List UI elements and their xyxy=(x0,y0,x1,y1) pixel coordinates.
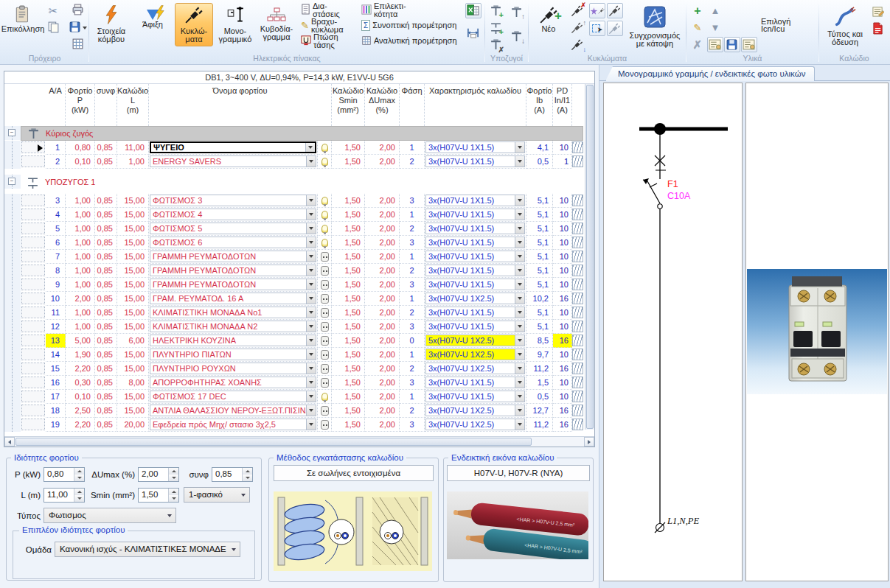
row-cable-button[interactable] xyxy=(572,265,583,276)
dropdown-button[interactable] xyxy=(515,279,524,290)
row-cable-button[interactable] xyxy=(572,223,583,234)
load-type-icon-cell[interactable] xyxy=(318,236,332,250)
row-cable-button[interactable] xyxy=(572,391,583,402)
subbusbar-down-button[interactable]: ↓ xyxy=(509,29,525,44)
load-name-select[interactable]: ΦΩΤΙΣΜΟΣ 4 xyxy=(150,209,316,220)
dropdown-button[interactable] xyxy=(306,391,316,402)
row-cable-button[interactable] xyxy=(572,307,583,318)
dropdown-button[interactable] xyxy=(515,265,524,276)
load-type-icon-cell[interactable] xyxy=(318,250,332,264)
load-p-cell[interactable]: 2,00 xyxy=(66,292,95,306)
select-rect-button[interactable]: ➤ xyxy=(589,21,605,36)
icn-icu-button[interactable]: Επιλογή Icn/Icu xyxy=(759,3,816,47)
dumax-cell[interactable]: 2,00 xyxy=(365,348,400,362)
cosf-cell[interactable]: 0,85 xyxy=(95,362,117,376)
dropdown-button[interactable] xyxy=(515,377,524,388)
row-selector[interactable] xyxy=(21,307,45,318)
dumax-cell[interactable]: 2,00 xyxy=(365,376,400,390)
vertical-scrollbar[interactable] xyxy=(585,84,594,430)
cable-select[interactable]: 3x(H07V-U 1X1.5) xyxy=(425,155,525,167)
smin-cell[interactable]: 1,50 xyxy=(332,376,365,390)
cable-type-route-button[interactable]: Τύπος και όδευση xyxy=(822,3,868,49)
row-selector[interactable] xyxy=(21,141,45,153)
cosf-cell[interactable]: 0,85 xyxy=(95,292,117,306)
row-cable-button[interactable] xyxy=(572,141,583,153)
row-cable-button[interactable] xyxy=(572,155,583,167)
excel-export-button[interactable] xyxy=(465,3,481,18)
cable-select[interactable]: 3x(H07V-U 1X1.5) xyxy=(425,141,525,153)
smin-cell[interactable]: 1,50 xyxy=(332,155,365,169)
load-type-icon-cell[interactable] xyxy=(318,404,332,418)
l-value[interactable]: 11,00 xyxy=(44,489,74,502)
smin-cell[interactable]: 1,50 xyxy=(332,194,365,208)
load-type-icon-cell[interactable] xyxy=(318,418,332,432)
dumax-cell[interactable]: 2,00 xyxy=(365,292,400,306)
dropdown-button[interactable] xyxy=(306,279,316,290)
cosf-cell[interactable]: 0,85 xyxy=(95,404,117,418)
cosf-value[interactable]: 0,85 xyxy=(212,468,242,481)
cable-select[interactable]: 3x(H07V-U 1X1.5) xyxy=(425,391,525,402)
subbusbar-delete-button[interactable]: ✗ xyxy=(488,37,504,52)
material-find-button[interactable] xyxy=(741,37,757,52)
load-p-cell[interactable]: 0,30 xyxy=(66,376,95,390)
p-spinner[interactable]: 0,80 xyxy=(44,467,85,482)
dropdown-button[interactable] xyxy=(306,195,316,206)
cable-length-cell[interactable]: 15,00 xyxy=(117,306,149,320)
load-name-select[interactable]: ΓΡΑΜΜΗ ΡΕΥΜΑΤΟΔΟΤΩΝ xyxy=(150,265,316,276)
dumax-cell[interactable]: 2,00 xyxy=(365,208,400,222)
phase-cell[interactable]: 3 xyxy=(400,376,425,390)
cosf-spinner[interactable]: 0,85 xyxy=(212,467,253,482)
dumax-cell[interactable]: 2,00 xyxy=(365,404,400,418)
load-p-cell[interactable]: 1,90 xyxy=(66,348,95,362)
dropdown-button[interactable] xyxy=(306,293,316,304)
load-p-cell[interactable]: 1,00 xyxy=(66,236,95,250)
cosf-cell[interactable]: 0,85 xyxy=(95,155,117,169)
dropdown-button[interactable] xyxy=(306,237,316,248)
dropdown-button[interactable] xyxy=(306,307,316,318)
load-name-select[interactable]: ΑΝΤΛΙΑ ΘΑΛΑΣΣΙΟΥ ΝΕΡΟΥ-ΕΞΩΤ.ΠΙΣΙΝΑΣ xyxy=(150,405,316,416)
load-type-icon-cell[interactable] xyxy=(318,264,332,278)
voltage-drop-button[interactable]: Πτώση τάσης xyxy=(299,34,356,48)
row-cable-button[interactable] xyxy=(572,405,583,416)
row-selector[interactable] xyxy=(21,209,45,220)
load-name-select[interactable]: Εφεδρεία πρός Μηχ/ στασιο 3χ2,5 xyxy=(150,419,316,430)
cable-length-cell[interactable]: 15,00 xyxy=(117,362,149,376)
dropdown-button[interactable] xyxy=(306,156,316,167)
selectivity-button[interactable]: Επιλεκτι- κότητα xyxy=(359,3,462,17)
dumax-cell[interactable]: 2,00 xyxy=(365,155,400,169)
subbusbar-add-button[interactable]: + xyxy=(488,3,504,18)
load-p-cell[interactable]: 1,00 xyxy=(66,250,95,264)
smin-cell[interactable]: 1,50 xyxy=(332,390,365,404)
material-add-button[interactable]: + xyxy=(689,3,706,18)
circuit-multi-button[interactable] xyxy=(589,3,605,18)
cable-length-cell[interactable]: 15,00 xyxy=(117,404,149,418)
export-button[interactable] xyxy=(69,20,86,35)
dropdown-button[interactable] xyxy=(306,335,316,346)
row-cable-button[interactable] xyxy=(572,363,583,374)
phase-cell[interactable]: 2 xyxy=(400,306,425,320)
row-selector[interactable] xyxy=(21,335,45,346)
cable-length-cell[interactable]: 8,00 xyxy=(117,376,149,390)
load-p-cell[interactable]: 5,00 xyxy=(66,334,95,348)
load-p-cell[interactable]: 0,10 xyxy=(66,155,95,169)
group-row-bar[interactable]: ΥΠΟΖΥΓΟΣ 1 xyxy=(21,175,583,189)
load-name-select[interactable]: ΚΛΙΜΑΤΙΣΤΙΚΗ ΜΟΝΑΔΑ Ν2 xyxy=(150,321,316,332)
phase-cell[interactable]: 1 xyxy=(400,348,425,362)
cable-select[interactable]: 3x(H07V-U 1X1.5) xyxy=(425,307,525,318)
dropdown-button[interactable] xyxy=(515,237,524,248)
dropdown-button[interactable] xyxy=(515,391,524,402)
circuit-delete-button[interactable]: ✗ xyxy=(569,3,585,18)
summary-boq-button[interactable]: ΣΣυνοπτική προμέτρηση xyxy=(359,18,462,32)
cut-button[interactable]: ✂ xyxy=(45,3,61,18)
load-type-icon-cell[interactable] xyxy=(318,376,332,390)
dropdown-button[interactable] xyxy=(306,377,316,388)
circuit-gray-button[interactable] xyxy=(607,21,623,36)
install-method-value[interactable]: Σε σωλήνες εντοιχισμένα xyxy=(274,465,434,481)
material-save-button[interactable] xyxy=(724,37,740,52)
dumax-cell[interactable]: 2,00 xyxy=(365,320,400,334)
dropdown-button[interactable] xyxy=(306,209,316,220)
smin-cell[interactable]: 1,50 xyxy=(332,141,365,155)
dropdown-button[interactable] xyxy=(515,419,524,430)
cable-length-cell[interactable]: 15,00 xyxy=(117,320,149,334)
dropdown-button[interactable] xyxy=(515,335,524,346)
